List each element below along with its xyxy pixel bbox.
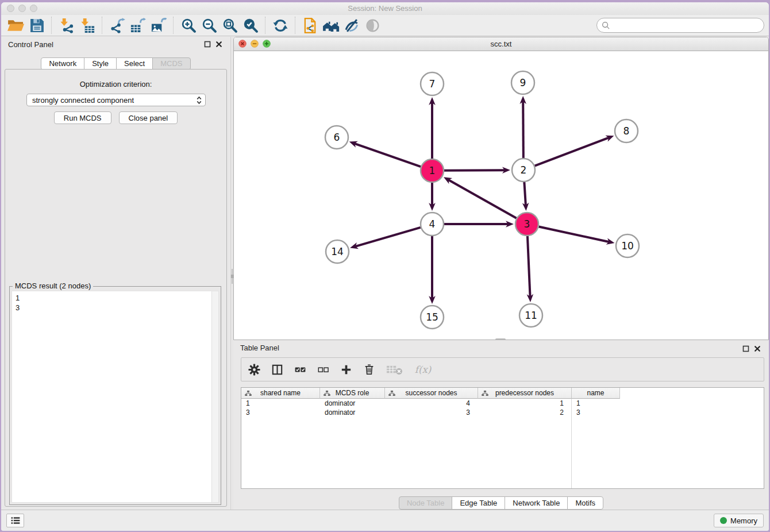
- run-mcds-button[interactable]: Run MCDS: [54, 111, 111, 124]
- zoom-selected-button[interactable]: [240, 16, 261, 34]
- node-10[interactable]: 10: [616, 234, 639, 257]
- node-1[interactable]: 1: [421, 159, 444, 182]
- edge-4-3[interactable]: [444, 221, 514, 228]
- optimization-criterion-select[interactable]: strongly connected component: [26, 94, 206, 106]
- table-row[interactable]: 3dominator323: [241, 408, 764, 417]
- table-settings-button[interactable]: [248, 364, 260, 376]
- open-file-button[interactable]: [6, 16, 26, 34]
- edge-4-15[interactable]: [429, 236, 436, 304]
- cell-name[interactable]: 1: [572, 399, 620, 407]
- toolbar-separator: [51, 17, 52, 34]
- import-network-icon: [59, 18, 75, 33]
- edge-1-7[interactable]: [429, 97, 436, 159]
- column-header-MCDS-role[interactable]: MCDS role: [320, 388, 385, 399]
- home-button[interactable]: [321, 16, 341, 34]
- column-header-shared-name[interactable]: shared name: [241, 388, 320, 399]
- edge-3-1[interactable]: [444, 177, 517, 218]
- delete-column-button[interactable]: [363, 364, 375, 376]
- list-icon: [10, 515, 21, 526]
- memory-button[interactable]: Memory: [714, 514, 764, 527]
- zoom-in-button[interactable]: [178, 16, 199, 34]
- show-graphics-details-button[interactable]: [341, 16, 362, 34]
- table-tabs: Node TableEdge TableNetwork TableMotifs: [233, 496, 769, 510]
- zoom-out-button[interactable]: [199, 16, 220, 34]
- close-panel-icon[interactable]: [215, 41, 222, 48]
- new-network-from-selection-icon: [303, 18, 317, 33]
- export-network-button[interactable]: [107, 16, 128, 34]
- close-table-panel-icon[interactable]: [754, 345, 761, 352]
- network-canvas[interactable]: 7968124314101511: [234, 51, 769, 340]
- cell-shared-name[interactable]: 3: [241, 408, 320, 417]
- export-image-button[interactable]: [148, 16, 169, 34]
- hide-all-columns-button[interactable]: [317, 364, 329, 376]
- close-panel-button[interactable]: Close panel: [119, 111, 178, 124]
- export-table-button[interactable]: [128, 16, 148, 34]
- toolbar-separator: [295, 17, 296, 34]
- show-all-columns-button[interactable]: [294, 364, 306, 376]
- control-panel-header: Control Panel: [1, 37, 230, 54]
- import-table-button[interactable]: [77, 16, 98, 34]
- svg-text:9: 9: [520, 77, 526, 88]
- node-9[interactable]: 9: [511, 71, 534, 94]
- node-4[interactable]: 4: [421, 213, 444, 236]
- edge-2-9[interactable]: [519, 96, 526, 158]
- node-3[interactable]: 3: [515, 213, 538, 236]
- node-7[interactable]: 7: [421, 72, 444, 95]
- mcds-result-scrollbar[interactable]: [211, 291, 218, 502]
- task-history-button[interactable]: [6, 514, 24, 527]
- new-network-from-selection-button[interactable]: [300, 16, 321, 34]
- edge-2-8[interactable]: [535, 136, 614, 166]
- edge-3-11[interactable]: [527, 236, 534, 302]
- node-2[interactable]: 2: [512, 159, 535, 182]
- node-15[interactable]: 15: [421, 306, 444, 329]
- edge-3-10[interactable]: [539, 226, 615, 244]
- column-header-label: name: [587, 389, 604, 397]
- export-network-icon: [109, 18, 125, 33]
- cell-predecessor-nodes[interactable]: 1: [478, 399, 572, 407]
- cell-name[interactable]: 3: [572, 408, 620, 417]
- cell-predecessor-nodes[interactable]: 2: [478, 408, 572, 417]
- create-column-button[interactable]: [340, 364, 352, 376]
- tab-motifs[interactable]: Motifs: [567, 496, 603, 510]
- node-6[interactable]: 6: [325, 126, 348, 149]
- cell-MCDS-role[interactable]: dominator: [320, 408, 385, 417]
- tab-mcds[interactable]: MCDS: [152, 57, 190, 70]
- zoom-fit-button[interactable]: [220, 16, 240, 34]
- cell-shared-name[interactable]: 1: [241, 399, 320, 407]
- title-bar: Session: New Session: [1, 2, 769, 16]
- node-14[interactable]: 14: [326, 240, 349, 263]
- mcds-result-line: 1: [16, 293, 208, 303]
- column-header-successor-nodes[interactable]: successor nodes: [385, 388, 478, 399]
- cell-successor-nodes[interactable]: 4: [385, 399, 478, 407]
- edge-4-14[interactable]: [350, 228, 421, 249]
- import-network-button[interactable]: [56, 16, 77, 34]
- export-image-icon: [151, 18, 167, 33]
- mcds-result-textarea[interactable]: 13: [11, 291, 219, 503]
- column-header-name[interactable]: name: [572, 388, 620, 399]
- cell-MCDS-role[interactable]: dominator: [320, 399, 385, 407]
- refresh-button[interactable]: [270, 16, 291, 34]
- column-header-predecessor-nodes[interactable]: predecessor nodes: [478, 388, 572, 399]
- tab-style[interactable]: Style: [84, 57, 117, 70]
- tab-select[interactable]: Select: [116, 57, 153, 70]
- edge-1-6[interactable]: [349, 141, 421, 167]
- float-panel-icon[interactable]: [204, 41, 211, 48]
- search-input[interactable]: [610, 20, 764, 31]
- table-row[interactable]: 1dominator411: [241, 399, 764, 408]
- float-table-panel-icon[interactable]: [742, 345, 749, 352]
- edge-1-4[interactable]: [429, 183, 436, 211]
- node-8[interactable]: 8: [615, 119, 638, 142]
- tab-edge-table[interactable]: Edge Table: [452, 496, 505, 510]
- column-divider: [571, 399, 572, 488]
- tab-node-table[interactable]: Node Table: [399, 496, 453, 510]
- cell-successor-nodes[interactable]: 3: [385, 408, 478, 417]
- tab-network[interactable]: Network: [41, 57, 84, 70]
- save-session-button[interactable]: [26, 16, 47, 34]
- table-mode-button[interactable]: [271, 364, 283, 376]
- svg-text:2: 2: [521, 164, 527, 176]
- tab-network-table[interactable]: Network Table: [505, 496, 568, 510]
- edge-1-2[interactable]: [444, 167, 510, 174]
- edge-2-3[interactable]: [522, 182, 529, 211]
- column-header-label: shared name: [260, 389, 301, 397]
- node-11[interactable]: 11: [519, 304, 542, 327]
